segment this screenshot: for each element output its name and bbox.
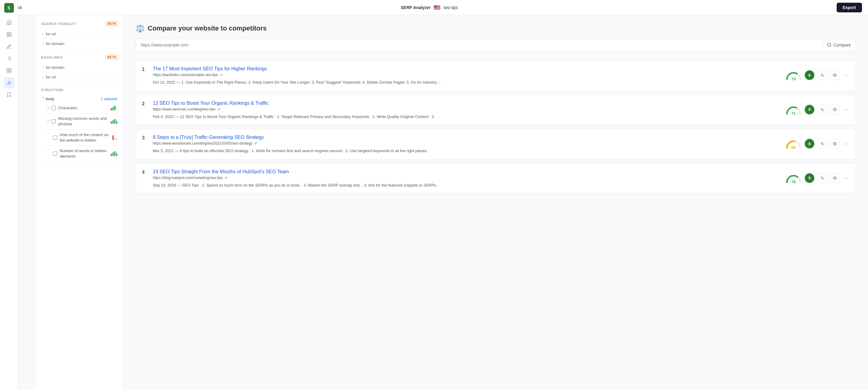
chevron-down-icon: ˅ — [42, 97, 44, 101]
score-gauge: 78 — [785, 172, 802, 184]
chevron-right-icon: › — [42, 65, 43, 70]
eye-button[interactable] — [830, 105, 840, 114]
score-number: 71 — [792, 111, 796, 116]
result-body: 8 Steps to a [Truly] Traffic-Generating … — [153, 135, 781, 154]
help-icon-characters[interactable]: ? — [47, 106, 49, 110]
score-number: 73 — [792, 77, 796, 81]
eye-button[interactable] — [830, 70, 840, 80]
compare-icon: ⚖️ — [135, 24, 145, 33]
result-title[interactable]: 19 SEO Tips Straight From the Mouths of … — [153, 169, 781, 174]
structure-label: STRUCTURE — [41, 88, 119, 92]
svg-point-17 — [827, 43, 831, 47]
export-button[interactable]: Export — [837, 3, 862, 12]
eye-button[interactable] — [830, 173, 840, 183]
external-link-icon[interactable]: ⇗ — [220, 73, 223, 77]
result-url-row: https://www.semrush.com/blog/seo-tips ⇗ — [153, 107, 781, 111]
score-gauge: 71 — [785, 104, 802, 116]
result-item: 3 8 Steps to a [Truly] Traffic-Generatin… — [135, 129, 856, 160]
hidden-content-checkbox[interactable] — [53, 136, 57, 140]
top-header: Back SERP Analyzer 🇺🇸 seo tips Export — [0, 0, 868, 15]
authority-badge: 9 — [805, 105, 814, 114]
body-row[interactable]: ˅ body 1 selected — [41, 95, 119, 103]
sidebar-item-for-domain-backlinks[interactable]: › for domain — [41, 63, 119, 73]
authority-badge: 9 — [805, 173, 814, 183]
result-title[interactable]: 12 SEO Tips to Boost Your Organic Rankin… — [153, 101, 781, 106]
chevron-right-icon: › — [42, 75, 43, 79]
sidebar-item-for-url-search[interactable]: › for url — [41, 29, 119, 39]
characters-label: Characters — [58, 105, 108, 111]
result-url-row: https://blog.hubspot.com/marketing/seo-t… — [153, 176, 781, 180]
result-metrics: 71 9 ··· — [785, 101, 849, 116]
result-url: https://blog.hubspot.com/marketing/seo-t… — [153, 176, 223, 180]
header-center: SERP Analyzer 🇺🇸 seo tips — [27, 4, 832, 11]
bookmark-icon[interactable] — [4, 89, 14, 100]
beta-badge-search: BETA — [105, 21, 119, 26]
user-avatar[interactable]: S — [4, 3, 14, 13]
bar-chart-icon[interactable] — [4, 77, 14, 88]
missing-words-checkbox[interactable] — [52, 119, 56, 123]
compare-button[interactable]: Compare — [827, 43, 851, 47]
compare-url-input[interactable] — [141, 43, 820, 47]
chart-button[interactable] — [817, 105, 827, 114]
result-body: 12 SEO Tips to Boost Your Organic Rankin… — [153, 101, 781, 120]
chart-button[interactable] — [817, 70, 827, 80]
result-url-row: https://www.wordstream.com/blog/ws/2021/… — [153, 141, 781, 145]
score-gauge: 59 — [785, 138, 802, 150]
missing-words-bars — [111, 119, 117, 124]
result-item: 1 The 17 Most Important SEO Tips for Hig… — [135, 60, 856, 91]
missing-words-label: Missing common words and phrases — [58, 116, 108, 127]
chart-button[interactable] — [817, 173, 827, 183]
content-area: ⚖️ Compare your website to competitors C… — [124, 15, 868, 390]
hidden-content-row: How much of the content on the website i… — [41, 130, 119, 146]
svg-point-19 — [834, 75, 835, 76]
hidden-words-label: Number of words in hidden elements — [60, 148, 108, 159]
table-icon[interactable] — [4, 65, 14, 76]
more-button[interactable]: ··· — [843, 175, 849, 181]
chart-button[interactable] — [817, 139, 827, 148]
characters-checkbox[interactable] — [52, 106, 56, 110]
result-metrics: 59 8 ··· — [785, 135, 849, 150]
authority-badge: 8 — [805, 139, 814, 148]
hidden-words-bars — [111, 151, 117, 156]
external-link-icon[interactable]: ⇗ — [217, 107, 220, 111]
home-icon[interactable] — [4, 17, 14, 28]
score-gauge: 73 — [785, 69, 802, 81]
chevron-right-icon: › — [42, 41, 43, 46]
help-icon-missing[interactable]: ? — [47, 119, 49, 124]
authority-badge: 8 — [805, 70, 814, 80]
sidebar-item-for-url-backlinks[interactable]: › for url — [41, 73, 119, 82]
score-number: 78 — [792, 179, 796, 184]
edit-icon[interactable] — [4, 41, 14, 52]
result-title[interactable]: 8 Steps to a [Truly] Traffic-Generating … — [153, 135, 781, 140]
result-item: 2 12 SEO Tips to Boost Your Organic Rank… — [135, 95, 856, 126]
more-button[interactable]: ··· — [843, 106, 849, 113]
list-icon[interactable] — [4, 53, 14, 64]
result-title[interactable]: The 17 Most Important SEO Tips for Highe… — [153, 66, 781, 72]
svg-point-20 — [834, 109, 835, 110]
result-snippet: Feb 4, 2022 — 12 SEO Tips to Boost Your … — [153, 114, 781, 120]
results-list: 1 The 17 Most Important SEO Tips for Hig… — [135, 60, 856, 194]
hidden-words-row: Number of words in hidden elements — [41, 146, 119, 162]
sidebar-item-for-domain-search[interactable]: › for domain — [41, 39, 119, 49]
result-rank: 1 — [142, 66, 148, 72]
result-rank: 3 — [142, 135, 148, 141]
result-url-row: https://backlinko.com/actionable-seo-tip… — [153, 73, 781, 77]
external-link-icon[interactable]: ⇗ — [254, 141, 257, 145]
svg-rect-3 — [7, 35, 8, 36]
icon-rail: S — [0, 0, 18, 390]
backlinks-label: BACKLINKS BETA — [41, 55, 119, 60]
hidden-words-checkbox[interactable] — [53, 151, 57, 156]
score-number: 59 — [792, 145, 796, 150]
more-button[interactable]: ··· — [843, 141, 849, 147]
result-metrics: 73 8 ··· — [785, 66, 849, 81]
eye-button[interactable] — [830, 139, 840, 148]
input-divider — [824, 42, 824, 48]
flag-icon: 🇺🇸 — [434, 4, 440, 11]
more-button[interactable]: ··· — [843, 72, 849, 79]
svg-rect-0 — [7, 32, 8, 34]
result-metrics: 78 9 ··· — [785, 169, 849, 184]
svg-rect-1 — [9, 32, 11, 34]
result-item: 4 19 SEO Tips Straight From the Mouths o… — [135, 163, 856, 194]
external-link-icon[interactable]: ⇗ — [224, 176, 227, 180]
grid-icon[interactable] — [4, 29, 14, 40]
